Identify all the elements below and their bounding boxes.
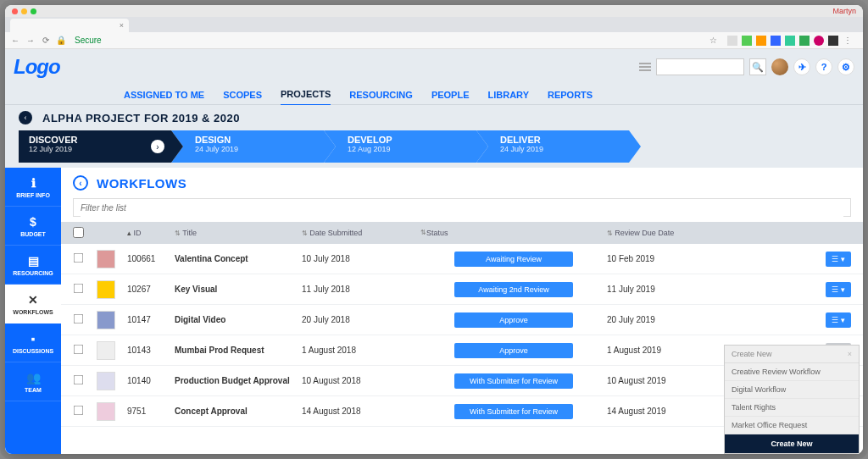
phase-design[interactable]: DESIGN24 July 2019 <box>171 130 324 163</box>
row-checkbox[interactable] <box>74 314 84 324</box>
row-checkbox[interactable] <box>74 284 84 294</box>
row-thumbnail[interactable] <box>97 402 115 421</box>
nav-reload-icon[interactable]: ⟳ <box>41 36 51 46</box>
row-thumbnail[interactable] <box>97 250 115 268</box>
row-title[interactable]: Concept Approval <box>175 406 302 416</box>
app-logo[interactable]: Logo <box>14 55 60 79</box>
nav-scopes[interactable]: SCOPES <box>223 85 262 105</box>
row-title[interactable]: Key Visual <box>175 285 302 294</box>
create-new-button[interactable]: Create New <box>725 434 859 453</box>
col-id[interactable]: ID <box>127 229 175 237</box>
section-back-button[interactable]: ‹ <box>73 175 88 191</box>
window-min-dot[interactable] <box>21 8 27 14</box>
sidebar-item-team[interactable]: 👥TEAM <box>5 362 61 401</box>
browser-tab[interactable]: × <box>10 19 129 32</box>
ext-icon[interactable] <box>814 36 824 46</box>
phase-discover[interactable]: DISCOVER12 July 2019› <box>19 130 171 163</box>
close-icon[interactable]: × <box>848 350 852 358</box>
row-date: 1 August 2018 <box>302 346 420 355</box>
ext-icon[interactable] <box>727 36 737 46</box>
sidebar-item-budget[interactable]: $BUDGET <box>5 207 61 246</box>
row-actions-button[interactable]: ☰ ▾ <box>826 252 851 267</box>
sidebar-item-label: RESOURCING <box>13 270 53 276</box>
row-thumbnail[interactable] <box>97 372 115 390</box>
dropdown-item[interactable]: Creative Review Workflow <box>725 363 859 381</box>
row-status[interactable]: Awaiting 2nd Review <box>454 282 573 297</box>
nav-reports[interactable]: REPORTS <box>548 85 593 105</box>
browser-tabbar: × <box>5 17 863 32</box>
col-title[interactable]: Title <box>175 229 302 237</box>
ext-icon[interactable] <box>771 36 781 46</box>
dropdown-item[interactable]: Market Office Request <box>725 417 859 434</box>
settings-button[interactable]: ⚙ <box>837 58 854 75</box>
nav-library[interactable]: LIBRARY <box>488 85 529 105</box>
ext-icon[interactable] <box>756 36 766 46</box>
window-close-dot[interactable] <box>12 8 18 14</box>
sidebar-item-label: DISCUSSIONS <box>13 348 53 354</box>
phase-deliver[interactable]: DELIVER24 July 2019 <box>476 130 629 163</box>
window-max-dot[interactable] <box>31 8 36 14</box>
help-button[interactable]: ? <box>815 58 832 75</box>
row-status[interactable]: With Submitter for Review <box>454 404 573 419</box>
row-review-date: 20 July 2019 <box>607 315 734 324</box>
sidebar-item-label: BUDGET <box>20 231 46 237</box>
row-title[interactable]: Valentina Concept <box>175 254 302 263</box>
filter-box[interactable] <box>73 198 851 217</box>
section-header: ‹ WORKFLOWS <box>61 168 863 198</box>
table-row: 10267Key Visual11 July 2018Awaiting 2nd … <box>61 274 863 305</box>
dropdown-item[interactable]: Talent Rights <box>725 399 859 417</box>
search-input[interactable] <box>656 58 744 75</box>
row-thumbnail[interactable] <box>97 280 115 299</box>
dropdown-item[interactable]: Digital Workflow <box>725 381 859 399</box>
ext-icon[interactable] <box>799 36 810 46</box>
sidebar-item-brief-info[interactable]: ℹBRIEF INFO <box>5 168 61 207</box>
row-id: 10147 <box>127 315 175 324</box>
ext-icon[interactable] <box>742 36 752 46</box>
avatar[interactable] <box>771 58 788 75</box>
row-actions-button[interactable]: ☰ ▾ <box>826 282 851 297</box>
chevron-right-icon[interactable]: › <box>151 140 164 153</box>
row-thumbnail[interactable] <box>97 311 115 329</box>
ext-icon[interactable] <box>785 36 795 46</box>
sidebar-icon: ▪ <box>26 332 40 346</box>
filter-input[interactable] <box>81 200 843 217</box>
back-button[interactable]: ‹ <box>19 111 32 124</box>
select-all-checkbox[interactable] <box>73 227 84 238</box>
col-status[interactable]: Status <box>420 229 607 237</box>
row-title[interactable]: Production Budget Approval <box>175 376 302 385</box>
star-icon[interactable]: ☆ <box>708 36 718 46</box>
col-date[interactable]: Date Submitted <box>302 229 420 237</box>
nav-resourcing[interactable]: RESOURCING <box>349 85 413 105</box>
ext-icon[interactable] <box>828 36 838 46</box>
row-checkbox[interactable] <box>74 406 84 416</box>
row-status[interactable]: Approve <box>454 312 573 328</box>
row-status[interactable]: Awaiting Review <box>454 252 573 267</box>
sidebar-icon: ▤ <box>26 254 40 268</box>
nav-assigned-to-me[interactable]: ASSIGNED TO ME <box>124 85 204 105</box>
row-status[interactable]: Approve <box>454 343 573 358</box>
sidebar-item-discussions[interactable]: ▪DISCUSSIONS <box>5 324 61 362</box>
sidebar-item-workflows[interactable]: ✕WORKFLOWS <box>5 285 61 324</box>
phase-develop[interactable]: DEVELOP12 Aug 2019 <box>324 130 476 163</box>
row-thumbnail[interactable] <box>97 341 115 360</box>
nav-fwd-icon[interactable]: → <box>25 36 36 46</box>
row-review-date: 11 July 2019 <box>607 285 734 294</box>
row-checkbox[interactable] <box>74 375 84 385</box>
row-title[interactable]: Mumbai Prod Request <box>175 346 302 355</box>
sidebar-item-resourcing[interactable]: ▤RESOURCING <box>5 246 61 285</box>
nav-back-icon[interactable]: ← <box>10 36 20 46</box>
row-status[interactable]: With Submitter for Review <box>454 373 573 389</box>
close-icon[interactable]: × <box>120 21 124 30</box>
notify-button[interactable]: ✈ <box>793 58 810 75</box>
nav-people[interactable]: PEOPLE <box>431 85 470 105</box>
row-title[interactable]: Digital Video <box>175 315 302 324</box>
search-button[interactable]: 🔍 <box>749 58 766 75</box>
row-date: 20 July 2018 <box>302 315 420 324</box>
col-review[interactable]: Review Due Date <box>607 229 734 237</box>
row-actions-button[interactable]: ☰ ▾ <box>826 312 851 328</box>
menu-icon[interactable]: ⋮ <box>843 36 853 46</box>
row-checkbox[interactable] <box>74 345 84 355</box>
row-checkbox[interactable] <box>74 253 84 263</box>
hamburger-icon[interactable] <box>639 63 651 71</box>
nav-projects[interactable]: PROJECTS <box>281 84 331 106</box>
